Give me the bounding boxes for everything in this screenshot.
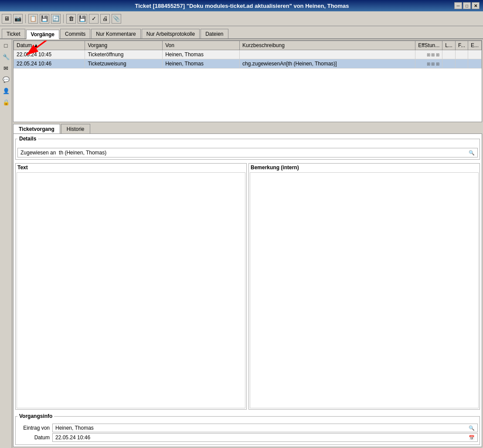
- datum-row: Datum 22.05.24 10:46 📅: [17, 433, 478, 442]
- tab-dateien[interactable]: Dateien: [201, 29, 228, 38]
- zugewiesen-text: Zugewiesen an th (Heinen, Thomas): [20, 150, 106, 156]
- sidebar-icon-lock[interactable]: 🔒: [2, 98, 10, 106]
- zugewiesen-label: Zugewiesen an: [20, 150, 58, 156]
- text-panel-label: Text: [16, 164, 246, 171]
- tab-commits[interactable]: Commits: [60, 29, 90, 38]
- search-icon[interactable]: 🔍: [469, 150, 475, 156]
- details-panel: Details Zugewiesen an th (Heinen, Thomas…: [13, 133, 482, 447]
- sidebar-icon-mail[interactable]: ✉: [2, 64, 10, 72]
- details-fieldset: Details Zugewiesen an th (Heinen, Thomas…: [15, 136, 480, 160]
- title-bar: Ticket [188455257] "Doku modules-ticket.…: [0, 0, 483, 11]
- cell-von: Heinen, Thomas: [163, 59, 240, 68]
- cell-f: [455, 50, 468, 59]
- bemerkung-panel-content[interactable]: [250, 172, 479, 408]
- table-row[interactable]: 22.05.24 10:46 Ticketzuweisung Heinen, T…: [14, 59, 482, 68]
- vorgaenge-table: Datum ▲ Vorgang Von Kurzbeschreibung Eff…: [14, 41, 482, 68]
- cell-l: [442, 50, 456, 59]
- eintrag-value-text: Heinen, Thomas: [55, 425, 94, 431]
- col-f[interactable]: F...: [455, 41, 468, 50]
- cell-effstun: ⊞ ⊞ ⊞: [415, 59, 442, 68]
- datum-label: Datum: [17, 434, 52, 441]
- maximize-button[interactable]: □: [463, 2, 471, 9]
- calendar-icon[interactable]: 📅: [469, 435, 475, 441]
- cell-datum: 22.05.24 10:45: [14, 50, 85, 59]
- cell-kurzbeschreibung: chg.zugewiesenAn[th (Heinen, Thomas)]: [240, 59, 415, 68]
- cell-vorgang: Ticketzuweisung: [85, 59, 163, 68]
- table-area: Datum ▲ Vorgang Von Kurzbeschreibung Eff…: [13, 40, 482, 122]
- vorgangsinfo-legend: Vorgangsinfo: [17, 413, 54, 419]
- minimize-button[interactable]: ─: [454, 2, 462, 9]
- vorgangsinfo-fieldset: Vorgangsinfo Eintrag von Heinen, Thomas …: [15, 413, 480, 445]
- toolbar-btn-camera[interactable]: 📷: [13, 14, 23, 24]
- subtab-historie[interactable]: Historie: [61, 124, 90, 133]
- subtab-ticketvorgang[interactable]: Ticketvorgang: [13, 124, 60, 133]
- eintrag-value-field: Heinen, Thomas 🔍: [52, 424, 478, 432]
- main-container: □ 🔧 ✉ 💬 👤 🔒 Datum ▲ Vorgang Von Kurzbesc…: [0, 39, 483, 448]
- datum-value-field: 22.05.24 10:46 📅: [52, 433, 478, 442]
- text-panel: Text: [15, 163, 247, 410]
- sidebar-icon-square[interactable]: □: [2, 41, 10, 50]
- window-title: Ticket [188455257] "Doku modules-ticket.…: [30, 3, 454, 9]
- cell-kurzbeschreibung: [240, 50, 415, 59]
- eintrag-label: Eintrag von: [17, 425, 52, 431]
- table-row[interactable]: 22.05.24 10:45 Ticketeröffnung Heinen, T…: [14, 50, 482, 59]
- sidebar: □ 🔧 ✉ 💬 👤 🔒: [0, 39, 12, 448]
- col-von[interactable]: Von: [163, 41, 240, 50]
- col-vorgang[interactable]: Vorgang: [85, 41, 163, 50]
- toolbar-btn-print[interactable]: 🖨: [100, 14, 110, 24]
- sidebar-icon-user[interactable]: 👤: [2, 86, 10, 95]
- details-zugewiesen-row: Zugewiesen an th (Heinen, Thomas) 🔍: [17, 148, 478, 157]
- cell-von: Heinen, Thomas: [163, 50, 240, 59]
- col-kurzbeschreibung[interactable]: Kurzbeschreibung: [240, 41, 415, 50]
- sidebar-icon-wrench[interactable]: 🔧: [2, 52, 10, 61]
- bemerkung-panel-label: Bemerkung (intern): [249, 164, 480, 171]
- sidebar-icon-comment[interactable]: 💬: [2, 75, 10, 84]
- toolbar-btn-check[interactable]: ✓: [89, 14, 99, 24]
- main-tab-bar: Ticket Vorgänge Commits Nur Kommentare N…: [0, 26, 483, 39]
- grid-icon: ⊞ ⊞ ⊞: [427, 62, 440, 66]
- lower-section: Ticketvorgang Historie Details Zugewiese…: [13, 124, 482, 447]
- toolbar-btn-refresh[interactable]: 🔄: [51, 14, 61, 24]
- col-e[interactable]: E...: [468, 41, 481, 50]
- details-legend: Details: [17, 136, 38, 142]
- tab-ticket[interactable]: Ticket: [2, 29, 25, 38]
- cell-f: [455, 59, 468, 68]
- toolbar-btn-attach[interactable]: 📎: [112, 14, 121, 24]
- cell-e: [468, 59, 481, 68]
- content-area: Datum ▲ Vorgang Von Kurzbeschreibung Eff…: [12, 39, 483, 448]
- cell-vorgang: Ticketeröffnung: [85, 50, 163, 59]
- col-effstun[interactable]: EffStun...: [415, 41, 442, 50]
- toolbar-btn-clipboard[interactable]: 📋: [28, 14, 38, 24]
- grid-icon: ⊞ ⊞ ⊞: [427, 52, 440, 57]
- toolbar-btn-delete[interactable]: 🗑: [66, 14, 76, 24]
- eintrag-row: Eintrag von Heinen, Thomas 🔍: [17, 424, 478, 432]
- col-datum[interactable]: Datum ▲: [14, 41, 85, 50]
- zugewiesen-value-text: th (Heinen, Thomas): [59, 150, 106, 156]
- tab-nur-arbeitsprotokolle[interactable]: Nur Arbeitsprotokolle: [142, 29, 200, 38]
- cell-datum: 22.05.24 10:46: [14, 59, 85, 68]
- window-controls: ─ □ ✕: [454, 2, 480, 9]
- toolbar-btn-monitor[interactable]: 🖥: [2, 14, 11, 24]
- tab-nur-kommentare[interactable]: Nur Kommentare: [91, 29, 140, 38]
- toolbar: 🖥 📷 📋 💾 🔄 🗑 💾 ✓ 🖨 📎: [0, 11, 483, 26]
- tab-vorgaenge[interactable]: Vorgänge: [26, 30, 59, 39]
- sub-tab-bar: Ticketvorgang Historie: [13, 124, 482, 133]
- search-icon-eintrag[interactable]: 🔍: [469, 425, 475, 431]
- datum-value-text: 22.05.24 10:46: [55, 434, 90, 441]
- toolbar-btn-save[interactable]: 💾: [40, 14, 49, 24]
- cell-e: [468, 50, 481, 59]
- toolbar-btn-save2[interactable]: 💾: [78, 14, 87, 24]
- text-panels: Text Bemerkung (intern): [15, 163, 480, 410]
- bemerkung-panel: Bemerkung (intern): [248, 163, 480, 410]
- col-l[interactable]: L...: [442, 41, 456, 50]
- cell-effstun: ⊞ ⊞ ⊞: [415, 50, 442, 59]
- details-zugewiesen-value: Zugewiesen an th (Heinen, Thomas) 🔍: [17, 148, 478, 157]
- close-button[interactable]: ✕: [472, 2, 480, 9]
- text-panel-content[interactable]: [17, 172, 245, 408]
- cell-l: [442, 59, 456, 68]
